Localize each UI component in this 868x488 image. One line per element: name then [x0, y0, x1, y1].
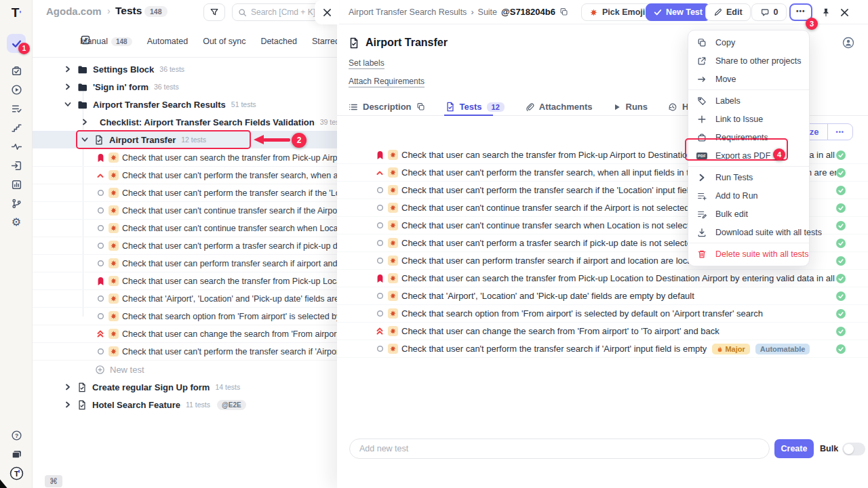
- test-row[interactable]: Check that search option from 'From airp…: [337, 305, 868, 323]
- video-library-icon[interactable]: [7, 445, 26, 464]
- chevron-right-icon[interactable]: [64, 83, 71, 90]
- breadcrumb-section[interactable]: Tests: [115, 5, 142, 17]
- tree-test-item[interactable]: Check that user can't perform the transf…: [33, 343, 337, 361]
- tag-icon: [697, 96, 707, 106]
- pin-button[interactable]: [818, 3, 833, 21]
- menu-item-add-to-run[interactable]: Add to Run: [688, 186, 809, 205]
- chevron-right-icon[interactable]: [64, 66, 71, 73]
- tree-folder-airport-transfer-search-results[interactable]: Airport Transfer Search Results 51 tests: [33, 96, 337, 113]
- gear-icon[interactable]: ⚙: [7, 213, 26, 232]
- help-icon[interactable]: ?: [7, 426, 26, 445]
- folder-count: 36 tests: [154, 83, 179, 91]
- test-title: Check that user can't perform a trasfer …: [122, 241, 337, 251]
- tree-test-item[interactable]: Check that search option from 'From airp…: [33, 308, 337, 325]
- chevron-right-icon[interactable]: [81, 119, 88, 125]
- breadcrumb-parent[interactable]: Airport Transfer Search Results: [349, 7, 467, 17]
- tree-test-item[interactable]: Check that user can't continue transfer …: [33, 202, 337, 220]
- step-badge-1: 1: [18, 43, 30, 54]
- branch-icon[interactable]: [7, 194, 26, 213]
- left-panel-header: Agoda.com › Tests 148: [33, 0, 337, 24]
- tab-runs[interactable]: Runs: [613, 98, 648, 115]
- test-title: Check that 'Airport', 'Location' and 'Pi…: [401, 291, 694, 301]
- tree-suite-create-sign-up[interactable]: Create regular Sign Up form 14 tests: [33, 378, 337, 396]
- tree-folder-settings-block[interactable]: Settings Block 36 tests: [33, 60, 337, 78]
- tab-description[interactable]: Description: [349, 98, 425, 115]
- tree-test-item[interactable]: Check that user can't perform the transf…: [33, 184, 337, 202]
- tree-folder-sign-in-form[interactable]: 'Sign in' form 36 tests: [33, 78, 337, 96]
- menu-item-share[interactable]: Share to other projects: [688, 52, 809, 70]
- set-labels-link[interactable]: Set labels: [349, 58, 384, 69]
- test-row[interactable]: Check that user can't perform the transf…: [337, 340, 868, 358]
- breadcrumb-project[interactable]: Agoda.com: [46, 5, 102, 17]
- list-check-icon[interactable]: [7, 99, 26, 118]
- create-button[interactable]: Create: [774, 439, 814, 458]
- close-panel-button[interactable]: [837, 3, 852, 21]
- tab-starred[interactable]: Starred: [312, 37, 337, 46]
- tab-tests[interactable]: Tests 12: [446, 98, 505, 115]
- activity-icon[interactable]: [7, 137, 26, 156]
- pick-emoji-button[interactable]: Pick Emoji: [581, 3, 653, 21]
- steps-icon[interactable]: [7, 118, 26, 137]
- menu-item-delete-suite[interactable]: Delete suite with all tests: [688, 245, 809, 263]
- attach-requirements-link[interactable]: Attach Requirements: [349, 77, 425, 87]
- tab-automated[interactable]: Automated: [147, 37, 188, 46]
- tree-test-item[interactable]: Check that user can change the search fr…: [33, 325, 337, 343]
- tab-out-of-sync[interactable]: Out of sync: [203, 37, 245, 46]
- comment-icon: [760, 7, 770, 17]
- bar-chart-icon[interactable]: [7, 175, 26, 194]
- copy-icon[interactable]: [559, 7, 568, 16]
- passed-status-icon: [836, 203, 846, 213]
- edit-button[interactable]: Edit: [705, 3, 751, 21]
- list-more-button[interactable]: •••: [827, 124, 852, 140]
- filter-button[interactable]: [203, 3, 225, 21]
- chevron-right-icon[interactable]: [64, 384, 71, 390]
- select-all-icon[interactable]: [80, 35, 91, 47]
- comments-button[interactable]: 0: [751, 3, 787, 21]
- tree-test-item[interactable]: Check that user can search the transfer …: [33, 272, 337, 290]
- folder-label: Checklist: Airport Transfer Search Field…: [100, 117, 315, 127]
- active-tab-underline: [444, 115, 493, 116]
- menu-item-download-suite[interactable]: Download suite with all tests: [688, 223, 809, 241]
- close-icon[interactable]: [323, 8, 332, 17]
- tab-detached[interactable]: Detached: [260, 37, 297, 46]
- menu-item-link-to-issue[interactable]: Link to Issue: [688, 110, 809, 128]
- folder-icon: [77, 100, 87, 109]
- add-new-test-input[interactable]: [349, 439, 770, 459]
- menu-item-run-tests[interactable]: Run Tests: [688, 168, 809, 186]
- brand-logo-icon[interactable]: T: [7, 464, 26, 483]
- app-logo[interactable]: T': [7, 5, 25, 22]
- bulk-toggle[interactable]: [842, 443, 865, 455]
- collision-emoji: [388, 167, 398, 178]
- collision-emoji: [108, 152, 119, 163]
- menu-item-copy[interactable]: Copy: [688, 33, 809, 52]
- tree-test-item[interactable]: Check that user can't perform the transf…: [33, 167, 337, 184]
- test-row[interactable]: Check that user can search the transfer …: [337, 270, 868, 287]
- menu-item-bulk-edit[interactable]: Bulk edit: [688, 205, 809, 223]
- tree-test-item[interactable]: Check that user can search the transfer …: [33, 149, 337, 167]
- import-icon[interactable]: [7, 156, 26, 175]
- tree-test-item[interactable]: Check that user can't continue transfer …: [33, 220, 337, 237]
- suite-id: @S718204b6: [501, 7, 555, 17]
- tree-suite-hotel-search[interactable]: Hotel Search Feature 11 tests @E2E: [33, 396, 337, 413]
- chevron-down-icon[interactable]: [64, 101, 71, 108]
- list-plus-icon: [697, 191, 707, 201]
- tree-test-item[interactable]: Check that user can't perform a trasfer …: [33, 237, 337, 255]
- new-test-button[interactable]: New Test: [646, 3, 711, 21]
- tab-attachments[interactable]: Attachments: [525, 98, 593, 115]
- suitcase-check-icon[interactable]: [7, 61, 26, 80]
- tree-folder-checklist[interactable]: Checklist: Airport Transfer Search Field…: [33, 113, 337, 131]
- menu-item-move[interactable]: Move: [688, 70, 809, 88]
- assignee-avatar-icon[interactable]: [842, 37, 854, 52]
- tree-test-item[interactable]: Check that user can perform transfer sea…: [33, 255, 337, 272]
- suite-tabs: Description Tests 12 Attachments Runs Hi…: [349, 98, 713, 115]
- new-test-row[interactable]: New test: [33, 361, 337, 378]
- test-row[interactable]: Check that 'Airport', 'Location' and 'Pi…: [337, 287, 868, 305]
- tree-test-item[interactable]: Check that 'Airport', 'Location' and 'Pi…: [33, 290, 337, 308]
- priority-normal-icon: [97, 207, 104, 214]
- menu-item-labels[interactable]: Labels: [688, 92, 809, 110]
- copy-icon[interactable]: [416, 102, 425, 111]
- test-row[interactable]: Check that user can change the search fr…: [337, 323, 868, 340]
- priority-normal-icon: [376, 222, 384, 229]
- play-circle-icon[interactable]: [7, 80, 26, 99]
- chevron-right-icon[interactable]: [64, 401, 71, 408]
